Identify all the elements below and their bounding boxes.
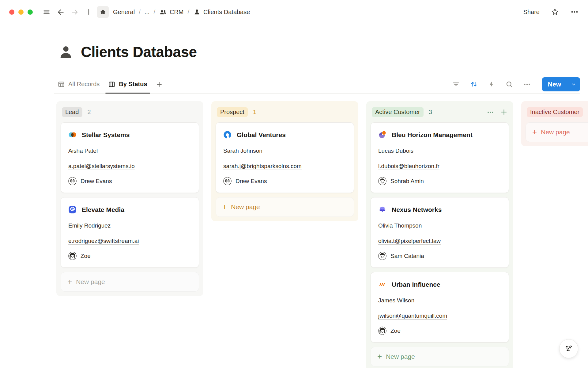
lightning-icon[interactable] [488, 80, 496, 88]
board-column-prospect: Prospect 1 Global Ventures Sarah Johnson… [211, 101, 358, 221]
plus-icon: + [532, 128, 537, 136]
new-page-label: New page [541, 128, 570, 136]
column-add-card-icon[interactable] [500, 108, 508, 116]
zoom-window-button[interactable] [28, 10, 33, 15]
status-badge[interactable]: Active Customer [372, 107, 424, 117]
card-email-link[interactable]: e.rodriguez@swiftstream.ai [68, 238, 139, 244]
window-titlebar: General / ... / CRM / Clients Database S… [0, 0, 588, 24]
card-contact-name: Lucas Dubois [378, 148, 501, 154]
card-contact-name: Sarah Johnson [223, 148, 346, 154]
sort-icon[interactable] [470, 80, 478, 88]
client-card-stellar-systems[interactable]: Stellar Systems Aisha Patel a.patel@stel… [61, 122, 199, 193]
person-icon [58, 44, 74, 60]
client-card-bleu-horizon[interactable]: Bleu Horizon Management Lucas Dubois l.d… [371, 122, 509, 193]
breadcrumb-separator: / [153, 9, 155, 16]
card-contact-name: James Wilson [378, 297, 501, 304]
avatar-sam-catania [378, 252, 386, 260]
global-ventures-logo-icon [223, 131, 232, 139]
view-more-icon[interactable] [523, 80, 531, 88]
new-page-button-lead[interactable]: + New page [61, 272, 199, 292]
avatar-sohrab-amin [378, 177, 386, 185]
client-card-global-ventures[interactable]: Global Ventures Sarah Johnson sarah.j@br… [216, 122, 354, 193]
card-owner-name: Drew Evans [236, 178, 267, 185]
breadcrumb-separator: / [139, 9, 141, 16]
page-header: Clients Database [58, 44, 197, 60]
home-icon[interactable] [97, 6, 109, 18]
add-view-icon[interactable] [156, 81, 163, 88]
new-record-button[interactable]: New [542, 77, 580, 91]
breadcrumb: General / ... / CRM / Clients Database [113, 8, 250, 16]
new-page-button-active[interactable]: + New page [371, 347, 509, 366]
card-company-name: Stellar Systems [82, 131, 130, 139]
column-more-icon[interactable] [487, 109, 494, 116]
breadcrumb-root[interactable]: General [113, 9, 135, 16]
new-page-label: New page [231, 203, 260, 211]
card-company-name: Elevate Media [82, 206, 124, 213]
card-owner-name: Drew Evans [81, 178, 112, 185]
tab-by-status[interactable]: By Status [105, 75, 150, 93]
new-page-button-inactive[interactable]: + New page [526, 122, 588, 142]
search-icon[interactable] [505, 80, 513, 88]
card-email-link[interactable]: a.patel@stellarsystems.io [68, 163, 135, 170]
board-icon [108, 81, 115, 88]
column-count: 2 [88, 109, 91, 116]
new-record-dropdown[interactable] [567, 77, 580, 91]
breadcrumb-team-label: CRM [170, 9, 184, 16]
new-page-label: New page [386, 353, 415, 360]
card-email-link[interactable]: sarah.j@brightsparksolns.com [223, 163, 302, 170]
person-icon [193, 8, 201, 16]
kanban-board: Lead 2 Stellar Systems Aisha Patel a.pat… [56, 101, 588, 368]
breadcrumb-ellipsis[interactable]: ... [145, 9, 150, 16]
card-contact-name: Olivia Thompson [378, 222, 501, 229]
new-tab-icon[interactable] [83, 6, 95, 18]
card-email-link[interactable]: olivia.t@pixelperfect.law [378, 238, 441, 244]
notion-face-button[interactable] [559, 339, 578, 358]
urban-influence-logo-icon [378, 280, 386, 289]
nexus-networks-logo-icon [378, 205, 386, 214]
page-title: Clients Database [81, 44, 197, 60]
tab-all-records-label: All Records [68, 81, 100, 88]
close-window-button[interactable] [9, 10, 14, 15]
new-page-label: New page [76, 278, 105, 286]
filter-icon[interactable] [452, 80, 460, 88]
card-company-name: Urban Influence [392, 281, 440, 288]
breadcrumb-team-crm[interactable]: CRM [159, 8, 184, 16]
avatar-drew-evans [68, 177, 77, 185]
plus-icon: + [67, 278, 72, 286]
client-card-elevate-media[interactable]: Elevate Media Emily Rodriguez e.rodrigue… [61, 197, 199, 268]
card-company-name: Global Ventures [237, 131, 286, 139]
board-column-inactive-customer: Inactive Customer + New page [521, 101, 588, 146]
card-owner-name: Zoe [81, 253, 91, 259]
new-record-button-label: New [542, 77, 567, 91]
card-contact-name: Aisha Patel [68, 148, 191, 154]
new-page-button-prospect[interactable]: + New page [216, 197, 354, 217]
client-card-urban-influence[interactable]: Urban Influence James Wilson jwilson@qua… [371, 272, 509, 343]
breadcrumb-separator: / [188, 9, 190, 16]
breadcrumb-page[interactable]: Clients Database [193, 8, 250, 16]
client-card-nexus-networks[interactable]: Nexus Networks Olivia Thompson olivia.t@… [371, 197, 509, 268]
traffic-lights [9, 10, 33, 15]
table-icon [58, 81, 65, 88]
card-email-link[interactable]: l.dubois@bleuhorizon.fr [378, 163, 439, 170]
back-icon[interactable] [55, 6, 66, 18]
status-badge[interactable]: Lead [62, 107, 82, 117]
view-tabs: All Records By Status [54, 75, 163, 93]
face-icon [563, 343, 575, 355]
view-bar: All Records By Status New [54, 75, 580, 94]
sidebar-menu-icon[interactable] [41, 6, 52, 18]
chevron-down-icon [571, 82, 576, 87]
share-button[interactable]: Share [523, 9, 540, 16]
tab-all-records[interactable]: All Records [54, 75, 103, 93]
favorite-star-icon[interactable] [551, 8, 559, 16]
avatar-zoe [68, 252, 77, 260]
status-badge[interactable]: Inactive Customer [527, 107, 583, 117]
card-email-link[interactable]: jwilson@quantumquill.com [378, 312, 447, 319]
status-badge[interactable]: Prospect [217, 107, 248, 117]
more-options-icon[interactable] [570, 8, 579, 16]
column-count: 1 [253, 109, 256, 116]
minimize-window-button[interactable] [18, 10, 24, 15]
forward-icon[interactable] [69, 6, 81, 18]
plus-icon: + [377, 352, 382, 360]
people-icon [159, 8, 167, 16]
card-owner-name: Sam Catania [390, 253, 424, 259]
